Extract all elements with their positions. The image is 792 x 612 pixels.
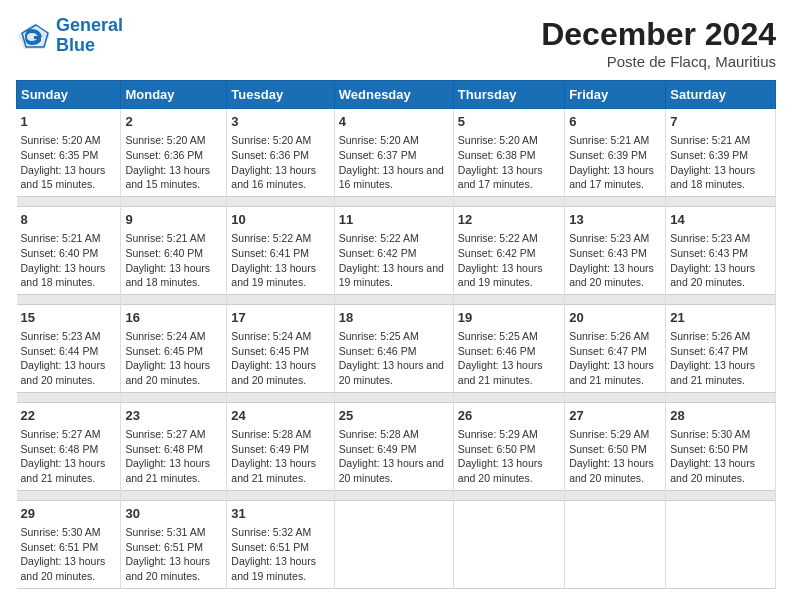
calendar-cell: 10Sunrise: 5:22 AMSunset: 6:41 PMDayligh… [227,206,334,294]
sunrise-label: Sunrise: 5:27 AM [21,428,101,440]
calendar-week-row: 15Sunrise: 5:23 AMSunset: 6:44 PMDayligh… [17,304,776,392]
day-number: 15 [21,309,117,327]
sunset-label: Sunset: 6:51 PM [125,541,203,553]
day-number: 12 [458,211,560,229]
calendar-cell: 7Sunrise: 5:21 AMSunset: 6:39 PMDaylight… [666,109,776,197]
page-subtitle: Poste de Flacq, Mauritius [541,53,776,70]
header-tuesday: Tuesday [227,81,334,109]
daylight-label: Daylight: 13 hours and 15 minutes. [21,164,106,191]
week-separator [17,490,776,500]
day-number: 8 [21,211,117,229]
daylight-label: Daylight: 13 hours and 21 minutes. [670,359,755,386]
page-header: General Blue December 2024 Poste de Flac… [16,16,776,70]
sunset-label: Sunset: 6:48 PM [125,443,203,455]
calendar-cell: 13Sunrise: 5:23 AMSunset: 6:43 PMDayligh… [565,206,666,294]
daylight-label: Daylight: 13 hours and 20 minutes. [670,457,755,484]
daylight-label: Daylight: 13 hours and 17 minutes. [458,164,543,191]
sunrise-label: Sunrise: 5:23 AM [569,232,649,244]
daylight-label: Daylight: 13 hours and 21 minutes. [458,359,543,386]
calendar-cell [565,500,666,588]
sunrise-label: Sunrise: 5:32 AM [231,526,311,538]
sunrise-label: Sunrise: 5:26 AM [569,330,649,342]
daylight-label: Daylight: 13 hours and 19 minutes. [231,555,316,582]
calendar-cell: 8Sunrise: 5:21 AMSunset: 6:40 PMDaylight… [17,206,121,294]
day-number: 18 [339,309,449,327]
calendar-cell [453,500,564,588]
calendar-week-row: 8Sunrise: 5:21 AMSunset: 6:40 PMDaylight… [17,206,776,294]
sunset-label: Sunset: 6:41 PM [231,247,309,259]
day-number: 19 [458,309,560,327]
sunset-label: Sunset: 6:43 PM [670,247,748,259]
logo: General Blue [16,16,123,56]
day-number: 23 [125,407,222,425]
day-number: 5 [458,113,560,131]
calendar-cell: 20Sunrise: 5:26 AMSunset: 6:47 PMDayligh… [565,304,666,392]
day-number: 28 [670,407,771,425]
sunset-label: Sunset: 6:38 PM [458,149,536,161]
logo-blue: Blue [56,35,95,55]
day-number: 9 [125,211,222,229]
daylight-label: Daylight: 13 hours and 18 minutes. [125,262,210,289]
header-row: Sunday Monday Tuesday Wednesday Thursday… [17,81,776,109]
daylight-label: Daylight: 13 hours and 20 minutes. [231,359,316,386]
day-number: 26 [458,407,560,425]
day-number: 17 [231,309,329,327]
daylight-label: Daylight: 13 hours and 18 minutes. [21,262,106,289]
sunrise-label: Sunrise: 5:24 AM [125,330,205,342]
header-monday: Monday [121,81,227,109]
sunrise-label: Sunrise: 5:25 AM [339,330,419,342]
calendar-cell: 17Sunrise: 5:24 AMSunset: 6:45 PMDayligh… [227,304,334,392]
page-title: December 2024 [541,16,776,53]
sunrise-label: Sunrise: 5:30 AM [21,526,101,538]
header-wednesday: Wednesday [334,81,453,109]
sunrise-label: Sunrise: 5:20 AM [339,134,419,146]
calendar-cell [334,500,453,588]
sunset-label: Sunset: 6:48 PM [21,443,99,455]
calendar-cell [666,500,776,588]
day-number: 21 [670,309,771,327]
day-number: 10 [231,211,329,229]
daylight-label: Daylight: 13 hours and 20 minutes. [125,359,210,386]
sunrise-label: Sunrise: 5:21 AM [569,134,649,146]
day-number: 16 [125,309,222,327]
sunrise-label: Sunrise: 5:20 AM [21,134,101,146]
sunset-label: Sunset: 6:36 PM [125,149,203,161]
calendar-cell: 25Sunrise: 5:28 AMSunset: 6:49 PMDayligh… [334,402,453,490]
sunset-label: Sunset: 6:43 PM [569,247,647,259]
sunset-label: Sunset: 6:35 PM [21,149,99,161]
sunrise-label: Sunrise: 5:22 AM [458,232,538,244]
calendar-cell: 5Sunrise: 5:20 AMSunset: 6:38 PMDaylight… [453,109,564,197]
sunset-label: Sunset: 6:47 PM [569,345,647,357]
sunset-label: Sunset: 6:51 PM [231,541,309,553]
calendar-week-row: 1Sunrise: 5:20 AMSunset: 6:35 PMDaylight… [17,109,776,197]
daylight-label: Daylight: 13 hours and 19 minutes. [231,262,316,289]
header-saturday: Saturday [666,81,776,109]
sunset-label: Sunset: 6:50 PM [670,443,748,455]
sunrise-label: Sunrise: 5:31 AM [125,526,205,538]
calendar-cell: 15Sunrise: 5:23 AMSunset: 6:44 PMDayligh… [17,304,121,392]
calendar-cell: 6Sunrise: 5:21 AMSunset: 6:39 PMDaylight… [565,109,666,197]
daylight-label: Daylight: 13 hours and 20 minutes. [339,359,444,386]
logo-icon [16,21,52,51]
sunset-label: Sunset: 6:50 PM [458,443,536,455]
daylight-label: Daylight: 13 hours and 20 minutes. [670,262,755,289]
daylight-label: Daylight: 13 hours and 21 minutes. [125,457,210,484]
sunset-label: Sunset: 6:36 PM [231,149,309,161]
calendar-cell: 2Sunrise: 5:20 AMSunset: 6:36 PMDaylight… [121,109,227,197]
sunset-label: Sunset: 6:39 PM [670,149,748,161]
day-number: 25 [339,407,449,425]
header-sunday: Sunday [17,81,121,109]
sunset-label: Sunset: 6:40 PM [125,247,203,259]
week-separator [17,294,776,304]
calendar-cell: 31Sunrise: 5:32 AMSunset: 6:51 PMDayligh… [227,500,334,588]
sunrise-label: Sunrise: 5:21 AM [21,232,101,244]
calendar-cell: 1Sunrise: 5:20 AMSunset: 6:35 PMDaylight… [17,109,121,197]
day-number: 29 [21,505,117,523]
daylight-label: Daylight: 13 hours and 20 minutes. [569,457,654,484]
sunset-label: Sunset: 6:51 PM [21,541,99,553]
calendar-cell: 11Sunrise: 5:22 AMSunset: 6:42 PMDayligh… [334,206,453,294]
daylight-label: Daylight: 13 hours and 20 minutes. [458,457,543,484]
sunset-label: Sunset: 6:49 PM [231,443,309,455]
day-number: 14 [670,211,771,229]
calendar-cell: 23Sunrise: 5:27 AMSunset: 6:48 PMDayligh… [121,402,227,490]
